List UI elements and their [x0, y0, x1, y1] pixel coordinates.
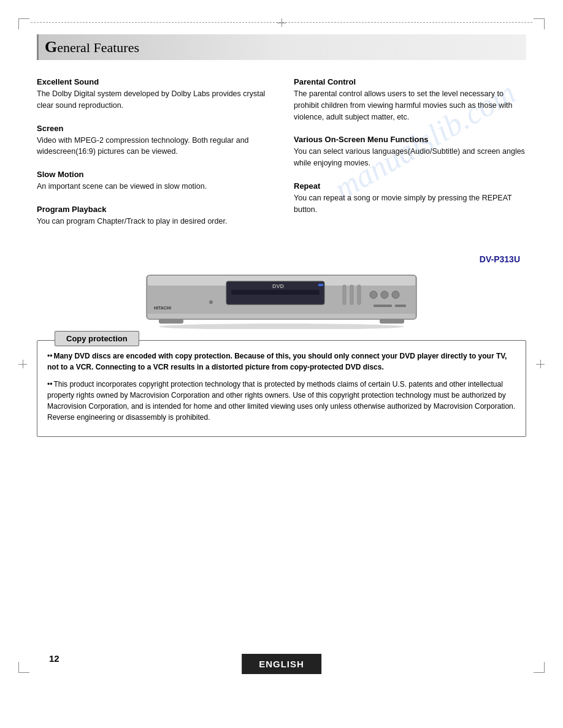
- svg-rect-16: [148, 314, 415, 319]
- feature-program-playback: Program Playback You can program Chapter…: [37, 205, 269, 227]
- dvd-model-label: DV-P313U: [37, 254, 526, 264]
- features-grid: Excellent Sound The Dolby Digital system…: [37, 77, 526, 240]
- main-content: General Features Excellent Sound The Dol…: [37, 34, 526, 444]
- svg-point-12: [381, 291, 388, 298]
- feature-program-playback-title: Program Playback: [37, 205, 269, 214]
- svg-rect-9: [350, 285, 353, 305]
- corner-mark-bl: [18, 662, 29, 673]
- svg-rect-14: [373, 305, 392, 307]
- feature-slow-motion: Slow Motion An important scene can be vi…: [37, 170, 269, 192]
- feature-on-screen-menu-title: Various On-Screen Menu Functions: [294, 135, 526, 144]
- feature-parental-control: Parental Control The parental control al…: [294, 77, 526, 123]
- copy-protection-body: ••Many DVD discs are encoded with copy p…: [37, 341, 526, 436]
- dvd-player-illustration: DVD HITACHI: [37, 268, 526, 329]
- copy-protection-bullet2-text: This product incorporates copyright prot…: [47, 380, 515, 422]
- crosshair-top: [277, 18, 286, 27]
- header-rest-title: eneral Features: [57, 40, 139, 55]
- svg-point-13: [392, 291, 399, 298]
- feature-excellent-sound-title: Excellent Sound: [37, 77, 269, 86]
- feature-repeat-body: You can repeat a song or movie simply by…: [294, 192, 526, 216]
- copy-protection-box: Copy protection ••Many DVD discs are enc…: [37, 340, 526, 437]
- feature-slow-motion-title: Slow Motion: [37, 170, 269, 179]
- svg-point-11: [370, 291, 377, 298]
- corner-mark-tl: [18, 18, 29, 29]
- svg-rect-17: [159, 319, 183, 324]
- feature-excellent-sound-body: The Dolby Digital system developed by Do…: [37, 88, 269, 112]
- svg-rect-15: [395, 305, 406, 307]
- corner-mark-br: [534, 662, 545, 673]
- svg-text:DVD: DVD: [272, 283, 285, 289]
- feature-excellent-sound: Excellent Sound The Dolby Digital system…: [37, 77, 269, 112]
- svg-point-19: [159, 324, 404, 329]
- svg-rect-18: [380, 319, 404, 324]
- features-right-column: Parental Control The parental control al…: [294, 77, 526, 240]
- feature-parental-control-body: The parental control allows users to set…: [294, 88, 526, 123]
- feature-slow-motion-body: An important scene can be viewed in slow…: [37, 181, 269, 192]
- header-big-g: G: [45, 38, 57, 56]
- feature-screen-title: Screen: [37, 124, 269, 133]
- copy-protection-header: Copy protection: [55, 331, 139, 346]
- corner-mark-tr: [534, 18, 545, 29]
- feature-on-screen-menu-body: You can select various languages(Audio/S…: [294, 146, 526, 169]
- feature-program-playback-body: You can program Chapter/Track to play in…: [37, 216, 269, 227]
- svg-rect-10: [358, 285, 361, 305]
- feature-parental-control-title: Parental Control: [294, 77, 526, 86]
- feature-repeat: Repeat You can repeat a song or movie si…: [294, 181, 526, 216]
- svg-rect-3: [231, 290, 320, 295]
- crosshair-right: [536, 360, 545, 368]
- svg-text:HITACHI: HITACHI: [154, 306, 171, 310]
- feature-repeat-title: Repeat: [294, 181, 526, 191]
- dvd-section: DV-P313U DVD HITACHI: [37, 254, 526, 329]
- dvd-player-svg: DVD HITACHI: [140, 268, 423, 329]
- feature-on-screen-menu: Various On-Screen Menu Functions You can…: [294, 135, 526, 169]
- copy-protection-bullet1: ••Many DVD discs are encoded with copy p…: [47, 351, 516, 373]
- svg-rect-5: [318, 284, 323, 286]
- copy-protection-bullet1-text: Many DVD discs are encoded with copy pro…: [47, 352, 507, 371]
- svg-point-7: [209, 300, 213, 304]
- crosshair-left: [18, 360, 27, 368]
- svg-rect-8: [343, 285, 346, 305]
- header-banner: General Features: [37, 34, 526, 60]
- feature-screen: Screen Video with MPEG-2 compression tec…: [37, 124, 269, 158]
- copy-protection-bullet2: ••This product incorporates copyright pr…: [47, 379, 516, 423]
- english-badge: ENGLISH: [242, 654, 321, 674]
- features-left-column: Excellent Sound The Dolby Digital system…: [37, 77, 269, 240]
- page-number: 12: [49, 653, 59, 664]
- feature-screen-body: Video with MPEG-2 compression technology…: [37, 135, 269, 158]
